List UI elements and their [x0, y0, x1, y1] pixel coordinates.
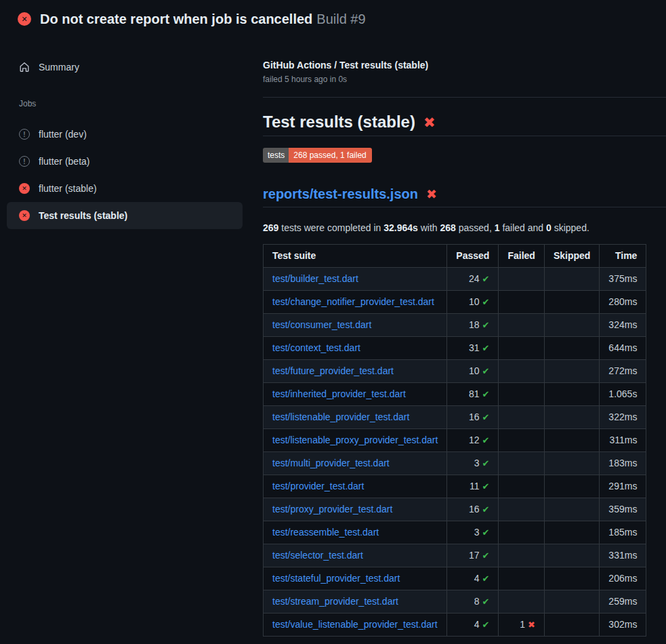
- failed-cell: 1✖: [499, 613, 544, 637]
- table-row: test/proxy_provider_test.dart16✔359ms: [264, 498, 646, 521]
- column-header: Passed: [447, 245, 499, 268]
- skipped-cell: [544, 337, 599, 360]
- check-icon: ✔: [482, 620, 490, 630]
- skipped-cell: [544, 406, 599, 429]
- report-link[interactable]: reports/test-results.json: [263, 186, 418, 202]
- skipped-cell: [544, 544, 599, 567]
- failed-cell: [499, 406, 544, 429]
- time-cell: 331ms: [600, 544, 646, 567]
- skipped-cell: [544, 291, 599, 314]
- suite-link[interactable]: test/reassemble_test.dart: [272, 527, 379, 538]
- passed-count: 18: [469, 319, 480, 330]
- time-cell: 280ms: [600, 291, 646, 314]
- sidebar-job-item[interactable]: ✕Test results (stable): [7, 202, 243, 229]
- sidebar-job-item[interactable]: ✕flutter (stable): [7, 175, 243, 202]
- check-icon: ✔: [482, 573, 490, 584]
- suite-link[interactable]: test/listenable_provider_test.dart: [272, 411, 409, 422]
- sidebar-summary-label: Summary: [39, 62, 79, 73]
- time-cell: 272ms: [600, 360, 646, 383]
- passed-cell: 12✔: [447, 429, 499, 452]
- failed-cell: [499, 452, 544, 475]
- job-cancelled-icon: !: [19, 156, 30, 167]
- table-row: test/selector_test.dart17✔331ms: [264, 544, 646, 567]
- suite-link[interactable]: test/change_notifier_provider_test.dart: [272, 296, 434, 307]
- suite-link[interactable]: test/stream_provider_test.dart: [272, 596, 398, 607]
- job-label: flutter (beta): [39, 156, 89, 167]
- divider: [263, 97, 666, 98]
- suite-cell: test/context_test.dart: [264, 337, 447, 360]
- run-failed-icon: ✕: [18, 12, 31, 26]
- sidebar-item-summary[interactable]: Summary: [7, 53, 243, 81]
- time-cell: 183ms: [600, 452, 646, 475]
- time-cell: 644ms: [600, 337, 646, 360]
- suite-link[interactable]: test/multi_provider_test.dart: [272, 458, 390, 468]
- passed-count: 24: [469, 273, 480, 284]
- passed-count: 10: [469, 365, 480, 376]
- time-cell: 259ms: [600, 590, 646, 613]
- suite-cell: test/stream_provider_test.dart: [264, 590, 447, 613]
- time-cell: 322ms: [600, 406, 646, 429]
- passed-cell: 4✔: [447, 567, 499, 590]
- check-icon: ✔: [482, 481, 490, 491]
- suite-link[interactable]: test/builder_test.dart: [272, 273, 358, 284]
- suite-link[interactable]: test/listenable_proxy_provider_test.dart: [272, 435, 438, 445]
- skipped-cell: [544, 383, 599, 406]
- table-row: test/builder_test.dart24✔375ms: [264, 268, 646, 291]
- suite-cell: test/consumer_test.dart: [264, 314, 447, 337]
- job-cancelled-icon: !: [19, 129, 30, 140]
- table-row: test/future_provider_test.dart10✔272ms: [264, 360, 646, 383]
- breadcrumb: GitHub Actions / Test results (stable): [263, 60, 666, 71]
- check-icon: ✔: [482, 297, 490, 307]
- job-label: flutter (dev): [39, 129, 87, 140]
- passed-count: 8: [474, 596, 480, 607]
- failed-cell: [499, 314, 544, 337]
- job-failed-icon: ✕: [19, 210, 30, 221]
- failed-cell: [499, 590, 544, 613]
- time-cell: 185ms: [600, 521, 646, 544]
- summary-number: 0: [546, 222, 551, 233]
- passed-cell: 16✔: [447, 406, 499, 429]
- suite-link[interactable]: test/value_listenable_provider_test.dart: [272, 619, 438, 630]
- suite-link[interactable]: test/proxy_provider_test.dart: [272, 504, 392, 515]
- passed-count: 12: [469, 435, 480, 445]
- passed-count: 3: [474, 527, 480, 538]
- suite-cell: test/listenable_proxy_provider_test.dart: [264, 429, 447, 452]
- section-title: Test results (stable) ✖: [263, 113, 666, 136]
- suite-cell: test/value_listenable_provider_test.dart: [264, 613, 447, 637]
- skipped-cell: [544, 268, 599, 291]
- check-icon: ✔: [482, 274, 490, 284]
- job-label: Test results (stable): [39, 210, 127, 221]
- suite-cell: test/builder_test.dart: [264, 268, 447, 291]
- failed-cell: [499, 360, 544, 383]
- suite-link[interactable]: test/provider_test.dart: [272, 481, 364, 491]
- suite-cell: test/multi_provider_test.dart: [264, 452, 447, 475]
- check-icon: ✔: [482, 504, 490, 515]
- skipped-cell: [544, 314, 599, 337]
- badge-value: 268 passed, 1 failed: [289, 148, 371, 163]
- check-icon: ✔: [482, 550, 490, 561]
- time-cell: 324ms: [600, 314, 646, 337]
- sidebar-job-item[interactable]: !flutter (dev): [7, 121, 243, 148]
- table-row: test/listenable_provider_test.dart16✔322…: [264, 406, 646, 429]
- suite-link[interactable]: test/future_provider_test.dart: [272, 365, 394, 376]
- badge-label: tests: [263, 148, 289, 163]
- skipped-cell: [544, 452, 599, 475]
- job-failed-icon: ✕: [19, 183, 30, 194]
- table-header-row: Test suitePassedFailedSkippedTime: [264, 245, 646, 268]
- summary-text: failed and: [500, 222, 547, 233]
- passed-count: 16: [469, 411, 480, 422]
- check-run-header: ✕ Do not create report when job is cance…: [0, 0, 666, 38]
- sidebar-job-item[interactable]: !flutter (beta): [7, 148, 243, 175]
- suite-link[interactable]: test/selector_test.dart: [272, 550, 363, 561]
- time-cell: 302ms: [600, 613, 646, 637]
- run-status-line: failed 5 hours ago in 0s: [263, 75, 666, 84]
- failed-cell: [499, 268, 544, 291]
- suite-link[interactable]: test/inherited_provider_test.dart: [272, 388, 406, 399]
- suite-link[interactable]: test/consumer_test.dart: [272, 319, 371, 330]
- check-icon: ✔: [482, 412, 490, 422]
- skipped-cell: [544, 498, 599, 521]
- failed-cell: [499, 383, 544, 406]
- home-icon: [19, 62, 30, 73]
- suite-link[interactable]: test/stateful_provider_test.dart: [272, 573, 400, 584]
- suite-link[interactable]: test/context_test.dart: [272, 342, 360, 353]
